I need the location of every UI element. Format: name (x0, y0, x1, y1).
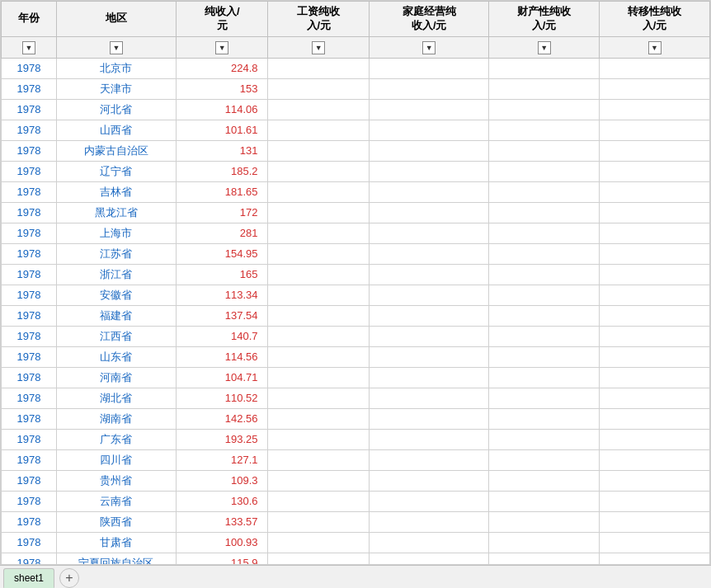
table-cell[interactable]: 辽宁省 (56, 161, 176, 181)
filter-income[interactable]: ▼ (176, 36, 268, 58)
table-cell[interactable]: 福建省 (56, 305, 176, 326)
table-cell[interactable] (489, 449, 600, 470)
table-cell[interactable]: 1978 (2, 408, 57, 429)
table-cell[interactable]: 上海市 (56, 223, 176, 243)
table-cell[interactable]: 1978 (2, 470, 57, 491)
table-cell[interactable] (268, 120, 370, 140)
table-cell[interactable] (489, 388, 600, 408)
table-cell[interactable] (370, 202, 489, 223)
table-cell[interactable] (489, 264, 600, 285)
table-cell[interactable] (268, 491, 370, 511)
table-cell[interactable] (600, 511, 710, 532)
filter-arrow-region[interactable]: ▼ (110, 41, 123, 54)
table-cell[interactable]: 114.56 (176, 346, 268, 367)
table-cell[interactable]: 131 (176, 140, 268, 161)
table-cell[interactable]: 100.93 (176, 532, 268, 553)
table-cell[interactable]: 154.95 (176, 243, 268, 264)
table-cell[interactable] (600, 243, 710, 264)
table-cell[interactable] (489, 223, 600, 243)
table-cell[interactable] (268, 161, 370, 181)
table-cell[interactable]: 1978 (2, 305, 57, 326)
table-cell[interactable]: 1978 (2, 553, 57, 565)
table-cell[interactable] (600, 491, 710, 511)
table-cell[interactable] (268, 346, 370, 367)
filter-business[interactable]: ▼ (370, 36, 489, 58)
table-cell[interactable]: 1978 (2, 78, 57, 99)
table-cell[interactable]: 130.6 (176, 491, 268, 511)
table-cell[interactable] (370, 58, 489, 78)
table-cell[interactable] (268, 429, 370, 449)
filter-property[interactable]: ▼ (489, 36, 600, 58)
table-cell[interactable]: 1978 (2, 202, 57, 223)
table-cell[interactable] (268, 511, 370, 532)
table-cell[interactable] (370, 511, 489, 532)
table-cell[interactable] (370, 305, 489, 326)
table-cell[interactable] (600, 305, 710, 326)
table-cell[interactable]: 安徽省 (56, 285, 176, 305)
table-cell[interactable]: 1978 (2, 243, 57, 264)
table-cell[interactable] (268, 58, 370, 78)
table-cell[interactable] (600, 78, 710, 99)
table-cell[interactable]: 湖北省 (56, 388, 176, 408)
filter-arrow-year[interactable]: ▼ (22, 41, 35, 54)
table-cell[interactable] (268, 449, 370, 470)
table-cell[interactable] (489, 243, 600, 264)
table-cell[interactable] (600, 408, 710, 429)
table-cell[interactable]: 1978 (2, 99, 57, 120)
table-cell[interactable] (370, 408, 489, 429)
table-cell[interactable] (489, 367, 600, 388)
table-cell[interactable] (600, 367, 710, 388)
filter-transfer[interactable]: ▼ (600, 36, 710, 58)
table-cell[interactable] (489, 326, 600, 346)
table-cell[interactable] (600, 140, 710, 161)
table-cell[interactable]: 云南省 (56, 491, 176, 511)
table-cell[interactable]: 133.57 (176, 511, 268, 532)
sheet-tab-sheet1[interactable]: sheet1 (3, 568, 54, 588)
table-cell[interactable] (600, 181, 710, 202)
table-cell[interactable] (268, 243, 370, 264)
table-cell[interactable] (600, 264, 710, 285)
table-cell[interactable] (268, 78, 370, 99)
table-cell[interactable] (268, 202, 370, 223)
table-cell[interactable] (489, 181, 600, 202)
table-cell[interactable]: 172 (176, 202, 268, 223)
table-cell[interactable] (370, 285, 489, 305)
table-cell[interactable]: 陕西省 (56, 511, 176, 532)
table-cell[interactable] (370, 553, 489, 565)
table-cell[interactable] (370, 470, 489, 491)
table-cell[interactable] (600, 223, 710, 243)
filter-region[interactable]: ▼ (56, 36, 176, 58)
table-cell[interactable] (600, 388, 710, 408)
table-cell[interactable] (489, 491, 600, 511)
table-cell[interactable] (370, 78, 489, 99)
table-cell[interactable] (489, 161, 600, 181)
table-cell[interactable]: 湖南省 (56, 408, 176, 429)
table-cell[interactable]: 281 (176, 223, 268, 243)
table-cell[interactable] (600, 449, 710, 470)
table-cell[interactable]: 153 (176, 78, 268, 99)
table-cell[interactable] (268, 408, 370, 429)
table-cell[interactable]: 101.61 (176, 120, 268, 140)
table-cell[interactable] (600, 326, 710, 346)
table-cell[interactable] (489, 346, 600, 367)
table-cell[interactable] (370, 161, 489, 181)
table-cell[interactable] (600, 532, 710, 553)
table-cell[interactable]: 181.65 (176, 181, 268, 202)
table-cell[interactable] (600, 285, 710, 305)
table-cell[interactable]: 江苏省 (56, 243, 176, 264)
table-cell[interactable]: 1978 (2, 223, 57, 243)
table-cell[interactable] (268, 99, 370, 120)
table-cell[interactable] (489, 553, 600, 565)
table-cell[interactable] (600, 346, 710, 367)
table-cell[interactable]: 1978 (2, 429, 57, 449)
table-cell[interactable] (370, 449, 489, 470)
table-cell[interactable]: 浙江省 (56, 264, 176, 285)
table-cell[interactable]: 天津市 (56, 78, 176, 99)
table-cell[interactable] (370, 367, 489, 388)
table-cell[interactable]: 1978 (2, 346, 57, 367)
table-cell[interactable] (370, 223, 489, 243)
table-cell[interactable] (489, 78, 600, 99)
table-cell[interactable] (268, 470, 370, 491)
table-cell[interactable]: 110.52 (176, 388, 268, 408)
filter-arrow-business[interactable]: ▼ (422, 41, 436, 54)
